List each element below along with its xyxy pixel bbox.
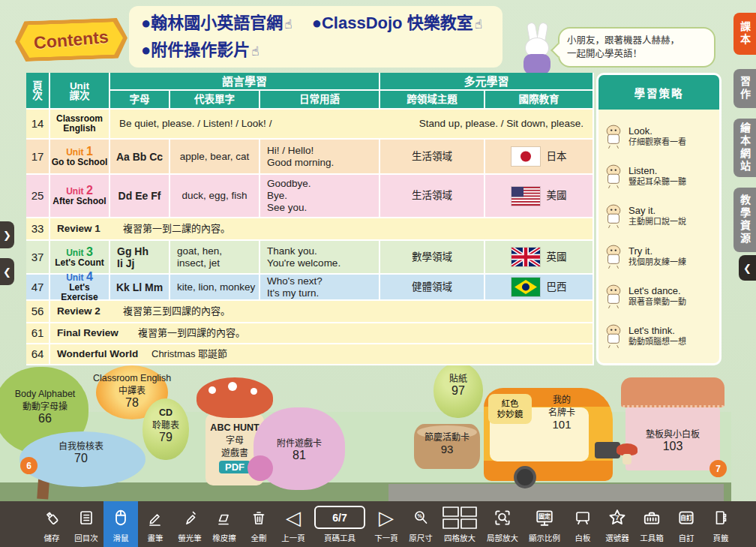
col-domain-header: 跨領域主題 xyxy=(380,91,485,110)
link-attachment-videos[interactable]: ●附件操作影片☝ xyxy=(141,38,260,65)
sidebar-collapse-button[interactable]: ❮ xyxy=(739,255,756,281)
sidebar-tab-teaching-resources[interactable]: 教學資源 xyxy=(734,188,756,252)
chevron-left-icon: ❮ xyxy=(3,266,11,278)
label-body-alphabet: Body Alphabet 動動字母操 66 xyxy=(0,389,90,425)
link-classdojo[interactable]: ●ClassDojo 快樂教室☝ xyxy=(312,11,482,38)
highlighter-tool-button[interactable]: 螢光筆 xyxy=(172,501,207,547)
strategy-item: Listen.豎起耳朵聽一聽 xyxy=(603,164,715,189)
delete-all-button[interactable]: 全刪 xyxy=(242,501,276,547)
label-board: 墊板與小白板 103 xyxy=(628,427,717,453)
robot-icon xyxy=(603,203,624,229)
pointer-hand-icon: ☝ xyxy=(251,44,259,59)
unit-cell: Unit 2 After School xyxy=(50,175,110,217)
next-page-button[interactable]: ▷ 下一頁 xyxy=(369,501,404,547)
words-cell: duck, egg, fish xyxy=(170,175,260,217)
eraser-tool-button[interactable]: 橡皮擦 xyxy=(207,501,242,547)
table-row: 33 Review 1複習第一到二課的內容。 xyxy=(26,218,594,241)
page-number: 37 xyxy=(26,241,50,273)
number-picker-button[interactable]: 7 選號器 xyxy=(600,501,634,547)
page-tabs-button[interactable]: 頁籤 xyxy=(704,501,738,547)
header-link-panel: ●翰林國小英語官網☝ ●ClassDojo 快樂教室☝ ●附件操作影片☝ xyxy=(129,6,502,68)
label-self-check: 自我檢核表 70 xyxy=(36,439,126,465)
partial-zoom-button[interactable]: 局部放大 xyxy=(482,501,524,547)
bottom-illustration: Body Alphabet 動動字母操 66 Classroom English… xyxy=(0,365,731,501)
domain-cell: 生活領域 xyxy=(380,140,485,173)
domain-cell: 生活領域 xyxy=(380,175,485,217)
words-cell: apple, bear, cat xyxy=(170,140,260,173)
page-number: 17 xyxy=(26,140,50,173)
link-hanlin-site[interactable]: ●翰林國小英語官網☝ xyxy=(141,11,292,38)
letters-cell: Dd Ee Ff xyxy=(110,175,170,217)
phrases-cell: Goodbye. Bye. See you. xyxy=(260,175,380,217)
small-mushroom-stem xyxy=(622,454,632,464)
col-intl-header: 國際教育 xyxy=(485,91,594,110)
pointer-hand-icon: ☝ xyxy=(475,17,482,32)
table-row: 64 Wonderful WorldChristmas 耶誕節 xyxy=(26,344,594,365)
col-page-header: 頁 次 xyxy=(26,73,50,110)
page-number-tool[interactable]: 6/7 頁碼工具 xyxy=(310,501,369,547)
four-pane-zoom-button[interactable]: 四格放大 xyxy=(438,501,482,547)
strategy-item: Let's think.動動頭腦想一想 xyxy=(603,323,715,349)
group-multi-learning: 多元學習 xyxy=(380,73,594,91)
page-number: 47 xyxy=(26,275,50,299)
robot-icon xyxy=(603,124,624,149)
uk-flag-icon xyxy=(512,248,540,266)
previous-page-button[interactable]: ◁ 上一頁 xyxy=(276,501,310,547)
brazil-flag-icon xyxy=(512,278,540,296)
svg-text:7: 7 xyxy=(615,513,619,521)
label-name-card: 我的 名牌卡 101 xyxy=(539,392,584,431)
page-number: 56 xyxy=(26,301,50,322)
strategy-item: Let's dance.跟著音樂動一動 xyxy=(603,284,715,309)
left-panel-collapse-button[interactable]: ❮ xyxy=(0,258,14,285)
review-cell: Wonderful WorldChristmas 耶誕節 xyxy=(50,344,594,364)
unit-name: Classroom English xyxy=(56,114,103,134)
sidebar-tab-picturebook-site[interactable]: 繪本網站 xyxy=(734,119,756,177)
left-panel-expand-button[interactable]: ❯ xyxy=(0,221,14,248)
toolbox-button[interactable]: 工具箱 xyxy=(634,501,669,547)
page-badge-left: 6 xyxy=(20,457,38,474)
pink-house-roof xyxy=(621,377,724,407)
chevron-left-icon: ❮ xyxy=(743,263,752,274)
display-ratio-button[interactable]: 固定 顯示比例 xyxy=(524,501,566,547)
page-number: 25 xyxy=(26,175,50,217)
col-unit-header: Unit 課次 xyxy=(50,73,110,110)
back-to-contents-button[interactable]: 回目次 xyxy=(69,501,104,547)
robot-icon xyxy=(603,244,624,269)
country-cell: 英國 xyxy=(485,241,594,273)
phrases-cell: Hi! / Hello! Good morning. xyxy=(260,140,380,173)
table-row: 14 Classroom English Be quiet, please. /… xyxy=(26,110,594,140)
letters-cell: Aa Bb Cc xyxy=(110,140,170,173)
next-triangle-icon: ▷ xyxy=(379,505,394,530)
contents-badge: Contents xyxy=(14,17,128,62)
previous-triangle-icon: ◁ xyxy=(286,505,301,530)
table-row: 61 Final Review複習第一到四課的內容。 xyxy=(26,323,594,344)
unit-cell: Unit 3 Let's Count xyxy=(50,241,110,273)
original-size-button[interactable]: % 原尺寸 xyxy=(404,501,438,547)
words-cell: goat, hen, insect, jet xyxy=(170,241,260,273)
custom-button[interactable]: 自訂 自訂 xyxy=(669,501,704,547)
label-festival-cards: 節慶活動卡 93 xyxy=(414,430,480,455)
phrases-cell: Who's next? It's my turn. xyxy=(260,275,380,299)
review-cell: Final Review複習第一到四課的內容。 xyxy=(50,323,594,343)
page-number: 64 xyxy=(26,344,50,364)
sidebar-tab-textbook[interactable]: 課本 xyxy=(734,13,756,55)
whiteboard-button[interactable]: 白板 xyxy=(566,501,600,547)
table-row: 25 Unit 2 After School Dd Ee Ff duck, eg… xyxy=(26,175,594,218)
table-row: 47 Unit 4 Let's Exercise Kk Ll Mm kite, … xyxy=(26,275,594,301)
pdf-button[interactable]: PDF xyxy=(219,461,250,473)
table-row: 17 Unit 1 Go to School Aa Bb Cc apple, b… xyxy=(26,140,594,175)
contents-table: 頁 次 Unit 課次 語言學習 多元學習 字母 代表單字 日常用語 跨領域主題… xyxy=(26,73,594,365)
save-button[interactable]: 儲存 xyxy=(34,501,69,547)
pointer-hand-icon: ☝ xyxy=(284,17,292,32)
pen-tool-button[interactable]: 畫筆 xyxy=(138,501,172,547)
table-row: 37 Unit 3 Let's Count Gg Hh Ii Jj goat, … xyxy=(26,241,594,275)
domain-cell: 數學領域 xyxy=(380,241,485,273)
words-cell: kite, lion, monkey xyxy=(170,275,260,299)
table-header: 頁 次 Unit 課次 語言學習 多元學習 字母 代表單字 日常用語 跨領域主題… xyxy=(26,73,594,110)
country-cell: 日本 xyxy=(485,140,594,173)
phrases-merged-cell: Be quiet, please. / Listen! / Look! /Sta… xyxy=(110,110,594,138)
domain-cell: 健體領域 xyxy=(380,275,485,299)
strategy-item: Say it.主動開口說一說 xyxy=(603,203,715,229)
mouse-tool-button[interactable]: 滑鼠 xyxy=(104,501,138,547)
sidebar-tab-workbook[interactable]: 習作 xyxy=(734,69,756,108)
